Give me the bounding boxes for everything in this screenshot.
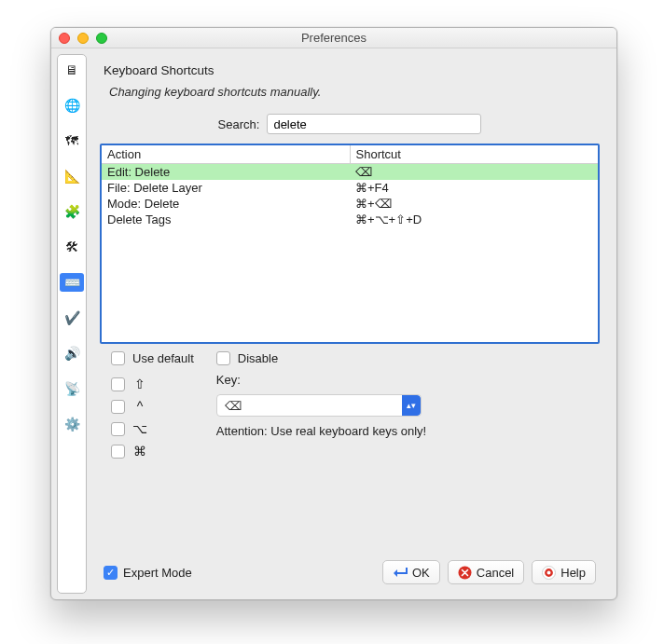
tab-remote-icon: 📡 [64, 382, 80, 395]
table-row[interactable]: File: Delete Layer⌘+F4 [102, 180, 598, 196]
key-label: Key: [216, 373, 600, 387]
disable-label: Disable [238, 351, 278, 365]
column-shortcut[interactable]: Shortcut [350, 145, 598, 164]
tab-map-icon: 🗺 [65, 134, 78, 147]
tab-shortcuts[interactable]: ⌨️ [60, 273, 84, 292]
tab-plugins-icon: 🧩 [64, 205, 80, 218]
use-default-checkbox[interactable] [111, 351, 125, 365]
help-button-label: Help [560, 566, 586, 580]
svg-point-2 [546, 569, 552, 575]
use-default-label: Use default [132, 351, 194, 365]
table-row[interactable]: Mode: Delete⌘+⌫ [102, 196, 598, 212]
cell-shortcut: ⌘+F4 [350, 180, 598, 196]
modifier-alt-checkbox[interactable] [111, 422, 125, 436]
tab-projection-icon: 📐 [64, 170, 80, 183]
cell-shortcut: ⌘+⌫ [350, 196, 598, 212]
window-title: Preferences [51, 31, 616, 45]
titlebar: Preferences [51, 28, 616, 48]
tab-advanced[interactable]: ⚙️ [60, 415, 84, 433]
attention-text: Attention: Use real keyboard keys only! [216, 424, 600, 438]
tab-toolbar-icon: 🛠 [65, 240, 78, 253]
ok-button[interactable]: OK [382, 560, 440, 584]
help-icon [542, 566, 556, 580]
tab-display-icon: 🖥 [65, 63, 78, 76]
expert-mode-checkbox[interactable]: ✓ [104, 566, 118, 580]
table-row[interactable]: Delete Tags⌘+⌥+⇧+D [102, 212, 598, 227]
expert-mode-label: Expert Mode [123, 566, 192, 580]
cell-action: Edit: Delete [102, 164, 350, 181]
cell-action: Delete Tags [102, 212, 350, 227]
tab-remote[interactable]: 📡 [60, 379, 84, 398]
key-select[interactable]: ⌫ ▴▾ [216, 394, 422, 417]
preferences-window: Preferences 🖥🌐🗺📐🧩🛠⌨️✔️🔊📡⚙️ Keyboard Shor… [50, 27, 617, 600]
shortcuts-table[interactable]: Action Shortcut Edit: Delete⌫File: Delet… [100, 144, 600, 344]
modifier-ctrl-label: ^ [132, 399, 147, 414]
modifier-alt-label: ⌥ [132, 421, 147, 436]
key-select-value: ⌫ [217, 399, 402, 413]
search-label: Search: [218, 117, 260, 131]
cancel-icon [458, 566, 472, 580]
cancel-button[interactable]: Cancel [448, 560, 524, 584]
modifier-cmd-checkbox[interactable] [111, 445, 125, 459]
tab-validator[interactable]: ✔️ [60, 308, 84, 327]
tab-audio[interactable]: 🔊 [60, 344, 84, 363]
column-action[interactable]: Action [102, 145, 350, 164]
tab-map[interactable]: 🗺 [60, 131, 84, 150]
help-button[interactable]: Help [532, 560, 596, 584]
modifier-shift-label: ⇧ [132, 377, 147, 391]
cell-shortcut: ⌫ [350, 164, 598, 181]
panel-description: Changing keyboard shortcuts manually. [109, 85, 600, 99]
cancel-button-label: Cancel [477, 566, 514, 580]
modifier-shift-checkbox[interactable] [111, 377, 125, 391]
ok-button-label: OK [412, 566, 430, 580]
tab-shortcuts-icon: ⌨️ [64, 276, 80, 289]
tab-advanced-icon: ⚙️ [64, 418, 80, 431]
tab-audio-icon: 🔊 [64, 347, 80, 360]
tab-toolbar[interactable]: 🛠 [60, 238, 84, 256]
cell-shortcut: ⌘+⌥+⇧+D [350, 212, 598, 227]
search-input[interactable] [267, 114, 481, 134]
shortcuts-panel: Keyboard Shortcuts Changing keyboard sho… [92, 48, 616, 599]
cell-action: Mode: Delete [102, 196, 350, 212]
disable-checkbox[interactable] [216, 351, 230, 365]
tab-plugins[interactable]: 🧩 [60, 202, 84, 221]
tab-connection-icon: 🌐 [64, 99, 80, 112]
panel-title: Keyboard Shortcuts [104, 63, 600, 77]
table-row[interactable]: Edit: Delete⌫ [102, 164, 598, 181]
tab-connection[interactable]: 🌐 [60, 96, 84, 115]
tab-validator-icon: ✔️ [64, 311, 80, 324]
tab-projection[interactable]: 📐 [60, 167, 84, 185]
modifier-cmd-label: ⌘ [132, 444, 147, 459]
chevron-up-down-icon: ▴▾ [402, 395, 421, 416]
cell-action: File: Delete Layer [102, 180, 350, 196]
tab-display[interactable]: 🖥 [60, 61, 84, 79]
return-icon [393, 566, 408, 579]
modifier-ctrl-checkbox[interactable] [111, 400, 125, 414]
preferences-sidebar: 🖥🌐🗺📐🧩🛠⌨️✔️🔊📡⚙️ [57, 54, 87, 594]
